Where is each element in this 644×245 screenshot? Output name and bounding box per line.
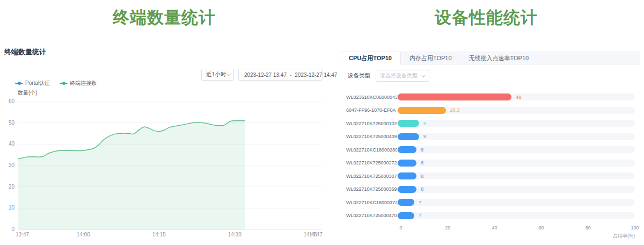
svg-text:0: 0 <box>11 226 14 232</box>
bar-value-label: 8 <box>421 174 423 179</box>
svg-text:13:47: 13:47 <box>16 232 29 237</box>
bar-category-label: WL023610KC06000043 <box>346 95 397 100</box>
bar-track: 7 <box>397 199 635 206</box>
bar-track: 8 <box>397 146 635 153</box>
filter-row: 设备类型 请选择设备类型 <box>348 70 640 82</box>
legend-marker-icon <box>15 83 23 84</box>
bar-category-label: WL022710K725000272 <box>346 160 397 165</box>
bar-x-ticks: 020406080100 <box>401 225 635 232</box>
svg-text:14:15: 14:15 <box>152 232 166 237</box>
bar-track: 20.3 <box>397 107 635 114</box>
bar-category-label: WL022710K725000307 <box>346 174 397 179</box>
terminal-area-chart: 010203040506013:4714:0014:1514:3014:4514… <box>0 86 328 245</box>
bar-x-tick: 20 <box>445 225 450 230</box>
chevron-down-icon <box>421 73 426 77</box>
bar-track: 8 <box>397 172 635 179</box>
date-range-separator: - <box>289 72 292 78</box>
bar-track: 9 <box>397 120 635 127</box>
device-type-label: 设备类型 <box>348 72 370 80</box>
bar-category-label: WL022710K725000470 <box>346 213 397 218</box>
right-section-heading: 设备性能统计 <box>328 6 644 29</box>
bar-value-label: 7 <box>419 213 421 218</box>
bar-x-axis-label: 占用率(%) <box>340 233 635 240</box>
bar-row: WL022710K7250004707 <box>346 212 635 219</box>
bar-fill <box>398 133 419 140</box>
bar-row: WL022710K7250003078 <box>346 172 635 179</box>
bar-row: WL022710KC180002808 <box>346 146 635 153</box>
device-type-placeholder: 请选择设备类型 <box>380 72 422 80</box>
svg-text:50: 50 <box>9 120 15 126</box>
device-type-select[interactable]: 请选择设备类型 <box>376 70 429 82</box>
bar-row: 6047-FF96-1070-EF0A20.3 <box>346 107 635 114</box>
bar-fill <box>398 107 446 114</box>
bar-x-tick: 0 <box>399 225 402 230</box>
bar-row: WL022710K7250001029 <box>346 120 635 127</box>
dashboard: 终端数量统计 设备性能统计 终端数量统计 近1小时 2023-12-27 13:… <box>0 0 644 245</box>
date-range-end: 2023-12-27 14:47 <box>295 72 337 78</box>
bar-category-label: WL022710K725000409 <box>346 134 397 139</box>
svg-text:10: 10 <box>9 205 15 211</box>
bar-fill <box>398 212 414 219</box>
svg-text:14:30: 14:30 <box>228 232 241 237</box>
svg-text:20: 20 <box>9 184 15 190</box>
bar-fill <box>398 199 414 206</box>
terminal-chart-title: 终端数量统计 <box>4 47 46 57</box>
svg-text:14:00: 14:00 <box>77 232 90 237</box>
tab-2[interactable]: 无线接入点速率TOP10 <box>460 52 538 64</box>
bar-value-label: 9 <box>423 121 426 126</box>
bar-row: WL022710KC180003727 <box>346 199 635 206</box>
bar-row: WL022710K7250004099 <box>346 133 635 140</box>
bar-track: 8 <box>397 186 635 193</box>
bar-category-label: WL022710K725000369 <box>346 186 397 192</box>
date-range-start: 2023-12-27 13:47 <box>244 72 287 78</box>
date-range-picker[interactable]: 2023-12-27 13:47 - 2023-12-27 14:47 <box>238 69 323 81</box>
svg-text:40: 40 <box>9 141 15 147</box>
bar-row: WL023610KC0600004348 <box>346 93 635 100</box>
legend-marker-icon <box>60 83 68 84</box>
bar-value-label: 48 <box>516 95 521 100</box>
bar-x-tick: 40 <box>492 225 497 230</box>
bar-fill <box>398 160 416 167</box>
chevron-down-icon <box>226 71 231 76</box>
bar-category-label: WL022710KC18000372 <box>346 200 397 205</box>
bar-track: 7 <box>397 212 635 219</box>
tab-1[interactable]: 内存占用TOP10 <box>401 52 460 64</box>
left-section-heading: 终端数量统计 <box>0 6 328 29</box>
bar-value-label: 8 <box>421 160 423 165</box>
tab-0[interactable]: CPU占用TOP10 <box>340 52 401 64</box>
bar-value-label: 8 <box>421 147 423 153</box>
bar-fill <box>398 93 511 100</box>
bar-track: 9 <box>397 133 635 140</box>
bar-x-axis: 020406080100 <box>346 225 635 232</box>
svg-text:30: 30 <box>9 162 15 168</box>
bar-fill <box>398 186 416 193</box>
time-range-value: 近1小时 <box>206 71 227 78</box>
bar-category-label: WL022710K725000102 <box>346 121 397 126</box>
cpu-top10-bar-chart: WL023610KC06000043486047-FF96-1070-EF0A2… <box>346 93 635 219</box>
bar-x-tick: 100 <box>631 225 639 230</box>
bar-track: 48 <box>397 93 635 100</box>
bar-value-label: 20.3 <box>450 107 460 113</box>
bar-value-label: 7 <box>419 200 421 205</box>
bar-row: WL022710K7250002728 <box>346 160 635 167</box>
bar-value-label: 8 <box>421 186 423 192</box>
device-performance-card: CPU占用TOP10内存占用TOP10无线接入点速率TOP10 设备类型 请选择… <box>340 52 640 241</box>
svg-text:60: 60 <box>9 98 15 104</box>
bar-fill <box>398 146 416 153</box>
bar-category-label: 6047-FF96-1070-EF0A <box>346 107 397 113</box>
bar-fill <box>398 120 419 127</box>
bar-track: 8 <box>397 160 635 167</box>
tab-strip: CPU占用TOP10内存占用TOP10无线接入点速率TOP10 <box>340 52 640 64</box>
bar-fill <box>398 172 416 179</box>
bar-x-tick: 60 <box>539 225 544 230</box>
bar-x-tick: 80 <box>586 225 591 230</box>
bar-row: WL022710K7250003698 <box>346 186 635 193</box>
bar-category-label: WL022710KC18000280 <box>346 147 397 153</box>
svg-text:14:47: 14:47 <box>309 232 323 237</box>
time-range-select[interactable]: 近1小时 <box>201 69 234 81</box>
bar-value-label: 9 <box>423 134 426 139</box>
